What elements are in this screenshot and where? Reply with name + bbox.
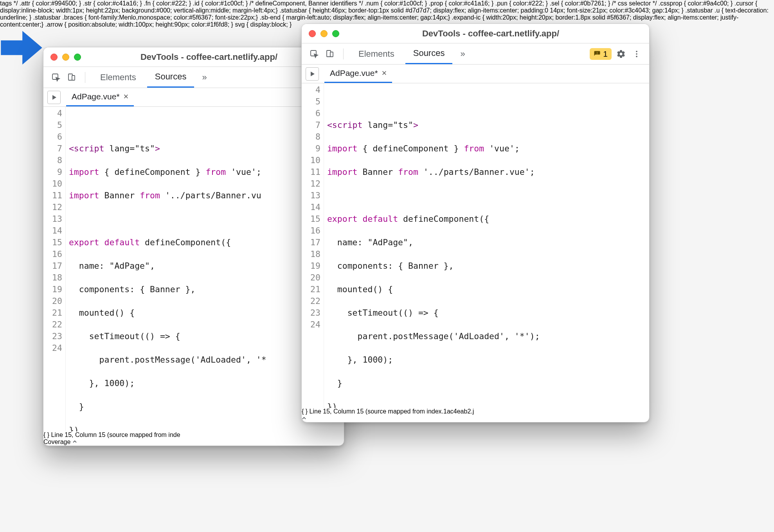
statusbar: { } Line 15, Column 15 (source mapped fr… (43, 431, 344, 446)
pretty-print-icon[interactable]: { } (43, 431, 49, 438)
svg-point-7 (636, 50, 637, 52)
device-icon[interactable] (65, 71, 78, 84)
code-editor[interactable]: 456789101112131415161718192021222324 <sc… (43, 107, 344, 431)
settings-icon[interactable] (615, 48, 627, 60)
tab-elements[interactable]: Elements (351, 43, 402, 64)
close-tab-icon[interactable]: × (382, 68, 387, 78)
snippets-icon[interactable] (306, 67, 319, 81)
sourcemap-info: (source mapped from inde (107, 431, 180, 438)
svg-rect-2 (72, 75, 75, 80)
close-icon[interactable] (309, 30, 316, 37)
tab-sources[interactable]: Sources (405, 43, 453, 64)
code-editor[interactable]: 456789101112131415161718192021222324 <sc… (302, 83, 649, 408)
file-tab-label: AdPage.vue* (330, 68, 378, 78)
issues-badge[interactable]: ! 1 (590, 48, 612, 60)
close-tab-icon[interactable]: × (124, 92, 129, 102)
window-title: DevTools - coffee-cart.netlify.app/ (81, 52, 337, 62)
svg-point-8 (636, 53, 637, 55)
titlebar: DevTools - coffee-cart.netlify.app/ (302, 24, 649, 43)
line-gutter: 456789101112131415161718192021222324 (302, 83, 324, 408)
inspect-icon[interactable] (308, 48, 320, 60)
device-icon[interactable] (324, 48, 336, 60)
drawer-tab-coverage[interactable]: Coverage (43, 439, 70, 445)
svg-point-9 (636, 56, 637, 57)
devtools-window-after: DevTools - coffee-cart.netlify.app/ Elem… (301, 23, 650, 422)
devtools-window-before: DevTools - coffee-cart.netlify.app/ Elem… (43, 47, 344, 446)
inspect-icon[interactable] (50, 71, 62, 84)
tab-elements[interactable]: Elements (92, 67, 144, 88)
maximize-icon[interactable] (74, 54, 81, 61)
cursor-position: Line 15, Column 15 (310, 408, 364, 415)
more-tabs-icon[interactable]: » (197, 72, 211, 83)
expand-icon[interactable] (72, 439, 77, 445)
window-title: DevTools - coffee-cart.netlify.app/ (339, 29, 642, 39)
more-tabs-icon[interactable]: » (455, 49, 470, 59)
maximize-icon[interactable] (332, 30, 339, 37)
file-tabs: AdPage.vue* × (43, 88, 344, 107)
sourcemap-info: (source mapped from index.1ac4eab2.j (365, 408, 474, 415)
svg-text:!: ! (597, 51, 598, 55)
pretty-print-icon[interactable]: { } (302, 408, 308, 415)
devtools-toolbar: Elements Sources » ! 1 (302, 43, 649, 65)
traffic-lights (50, 54, 81, 61)
code-content: <script lang="ts"> import { defineCompon… (66, 107, 270, 431)
devtools-toolbar: Elements Sources » (43, 67, 344, 88)
file-tab-label: AdPage.vue* (72, 92, 120, 101)
file-tab-adpage[interactable]: AdPage.vue* × (66, 88, 134, 106)
line-gutter: 456789101112131415161718192021222324 (43, 107, 66, 431)
tab-sources[interactable]: Sources (147, 67, 194, 88)
minimize-icon[interactable] (62, 54, 69, 61)
cursor-position: Line 15, Column 15 (51, 431, 106, 438)
snippets-icon[interactable] (47, 91, 61, 104)
file-tabs: AdPage.vue* × (302, 65, 649, 83)
traffic-lights (309, 30, 339, 37)
expand-icon[interactable] (302, 415, 306, 422)
close-icon[interactable] (50, 54, 58, 61)
file-tab-adpage[interactable]: AdPage.vue* × (324, 65, 392, 83)
svg-rect-5 (330, 52, 333, 57)
statusbar: { } Line 15, Column 15 (source mapped fr… (302, 408, 649, 422)
minimize-icon[interactable] (320, 30, 328, 37)
kebab-menu-icon[interactable] (630, 48, 643, 60)
code-content: <script lang="ts"> import { defineCompon… (324, 83, 543, 408)
titlebar: DevTools - coffee-cart.netlify.app/ (43, 47, 344, 67)
